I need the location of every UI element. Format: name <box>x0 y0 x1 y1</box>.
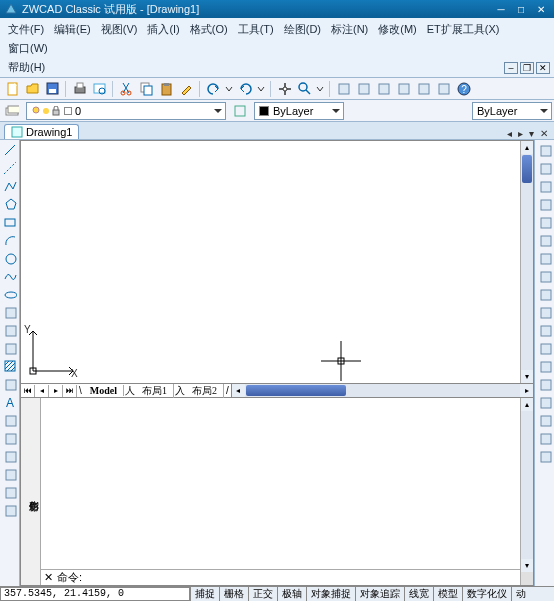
menu-format[interactable]: 格式(O) <box>186 20 232 39</box>
t1-button[interactable] <box>334 80 352 98</box>
status-toggle-5[interactable]: 对象追踪 <box>355 587 404 601</box>
menu-tools[interactable]: 工具(T) <box>234 20 278 39</box>
layer-dropdown[interactable]: 0 <box>26 102 226 120</box>
document-tab-drawing1[interactable]: Drawing1 <box>4 124 79 139</box>
layer-states-icon[interactable] <box>231 102 249 120</box>
ellipse-tool[interactable] <box>2 286 18 302</box>
line-tool[interactable] <box>2 142 18 158</box>
undo-button[interactable] <box>204 80 222 98</box>
mdi-minimize[interactable]: – <box>504 62 518 74</box>
scroll-right-icon[interactable]: ▸ <box>520 384 533 397</box>
menu-help[interactable]: 帮助(H) <box>4 58 49 77</box>
tab-prev-icon[interactable]: ◂ <box>505 128 514 139</box>
status-toggle-4[interactable]: 对象捕捉 <box>306 587 355 601</box>
t15-tool[interactable] <box>537 412 553 428</box>
point-tool[interactable] <box>2 340 18 356</box>
zoom-dd-button[interactable] <box>315 80 325 98</box>
t5-button[interactable] <box>414 80 432 98</box>
chamfer-tool[interactable] <box>537 358 553 374</box>
status-toggle-6[interactable]: 线宽 <box>404 587 433 601</box>
tab-close-icon[interactable]: ✕ <box>538 128 550 139</box>
vscroll-thumb[interactable] <box>522 155 532 183</box>
fillet-tool[interactable] <box>537 376 553 392</box>
undo-dd-button[interactable] <box>224 80 234 98</box>
maximize-button[interactable]: □ <box>512 3 530 16</box>
block-tool[interactable] <box>2 322 18 338</box>
close-button[interactable]: ✕ <box>532 3 550 16</box>
status-toggle-2[interactable]: 正交 <box>248 587 277 601</box>
copy-tool[interactable] <box>537 160 553 176</box>
canvas-hscrollbar[interactable]: ◂ ▸ <box>231 384 533 397</box>
mdi-restore[interactable]: ❐ <box>520 62 534 74</box>
xline-tool[interactable] <box>2 160 18 176</box>
move-tool[interactable] <box>537 232 553 248</box>
matchprop-button[interactable] <box>177 80 195 98</box>
scroll-up-icon[interactable]: ▴ <box>521 141 533 154</box>
zoom-rt-button[interactable] <box>295 80 313 98</box>
pan-button[interactable] <box>275 80 293 98</box>
t3-button[interactable] <box>374 80 392 98</box>
status-toggle-3[interactable]: 极轴 <box>277 587 306 601</box>
menu-window[interactable]: 窗口(W) <box>4 39 52 58</box>
help-button[interactable]: ? <box>454 80 472 98</box>
scale-tool[interactable] <box>537 268 553 284</box>
redo-button[interactable] <box>236 80 254 98</box>
tab-last-icon[interactable]: ⏭ <box>63 385 77 397</box>
menu-et[interactable]: ET扩展工具(X) <box>423 20 504 39</box>
stretch-tool[interactable] <box>537 286 553 302</box>
revcloud-tool[interactable] <box>2 430 18 446</box>
break-tool[interactable] <box>537 340 553 356</box>
copy-button[interactable] <box>137 80 155 98</box>
cmd-scroll-down-icon[interactable]: ▾ <box>521 559 533 572</box>
offset-tool[interactable] <box>537 196 553 212</box>
circle-tool[interactable] <box>2 250 18 266</box>
cmd-scroll-up-icon[interactable]: ▴ <box>521 398 533 411</box>
t4-button[interactable] <box>394 80 412 98</box>
open-button[interactable] <box>23 80 41 98</box>
scroll-left-icon[interactable]: ◂ <box>232 384 245 397</box>
rectangle-tool[interactable] <box>2 214 18 230</box>
drawing-canvas[interactable]: X Y ▴ ▾ <box>20 140 534 384</box>
tab-first-icon[interactable]: ⏮ <box>21 385 35 397</box>
trim-tool[interactable] <box>537 304 553 320</box>
menu-draw[interactable]: 绘图(D) <box>280 20 325 39</box>
minimize-button[interactable]: ─ <box>492 3 510 16</box>
t19-tool[interactable] <box>2 484 18 500</box>
paste-button[interactable] <box>157 80 175 98</box>
explode-tool[interactable] <box>537 394 553 410</box>
t20-tool[interactable] <box>2 502 18 518</box>
new-button[interactable] <box>3 80 21 98</box>
color-dropdown[interactable]: ByLayer <box>254 102 344 120</box>
linetype-dropdown[interactable]: ByLayer <box>472 102 552 120</box>
preview-button[interactable] <box>90 80 108 98</box>
menu-insert[interactable]: 插入(I) <box>143 20 183 39</box>
status-toggle-7[interactable]: 模型 <box>433 587 462 601</box>
status-toggle-8[interactable]: 数字化仪 <box>462 587 511 601</box>
menu-view[interactable]: 视图(V) <box>97 20 142 39</box>
table-tool[interactable] <box>2 448 18 464</box>
tab-next2-icon[interactable]: ▸ <box>49 385 63 397</box>
polyline-tool[interactable] <box>2 178 18 194</box>
menu-modify[interactable]: 修改(M) <box>374 20 421 39</box>
tab-layout2[interactable]: 布局2 <box>186 384 224 398</box>
hscroll-thumb[interactable] <box>246 385 346 396</box>
polygon-tool[interactable] <box>2 196 18 212</box>
menu-file[interactable]: 文件(F) <box>4 20 48 39</box>
command-history[interactable] <box>41 398 520 569</box>
canvas-vscrollbar[interactable]: ▴ ▾ <box>520 141 533 383</box>
menu-edit[interactable]: 编辑(E) <box>50 20 95 39</box>
save-button[interactable] <box>43 80 61 98</box>
rotate-tool[interactable] <box>537 250 553 266</box>
tab-prev2-icon[interactable]: ◂ <box>35 385 49 397</box>
t18-tool[interactable] <box>2 466 18 482</box>
t2-button[interactable] <box>354 80 372 98</box>
tab-next-icon[interactable]: ▸ <box>516 128 525 139</box>
command-close-icon[interactable]: ✕ <box>41 571 55 584</box>
tab-layout1[interactable]: 布局1 <box>136 384 174 398</box>
scroll-down-icon[interactable]: ▾ <box>521 370 533 383</box>
mdi-close[interactable]: ✕ <box>536 62 550 74</box>
t16-tool[interactable] <box>537 430 553 446</box>
hatch-tool[interactable] <box>2 358 18 374</box>
redo-dd-button[interactable] <box>256 80 266 98</box>
layer-manager-icon[interactable] <box>3 102 21 120</box>
